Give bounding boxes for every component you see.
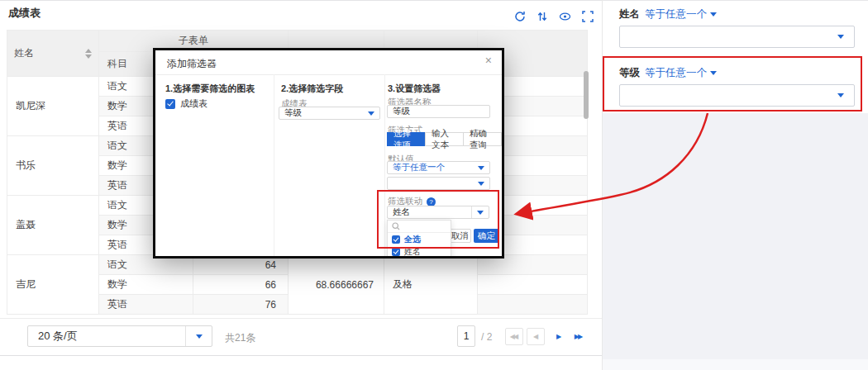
chevron-down-icon: [710, 12, 717, 17]
prev-page-button[interactable]: ◀: [527, 328, 545, 345]
filter-mode-tabs: 选择选项 输入文本 精确查询: [387, 132, 502, 146]
chevron-down-icon: [478, 166, 484, 170]
sort-icon[interactable]: [537, 11, 548, 22]
linkage-dropdown: 全选 姓名: [387, 220, 451, 259]
name-filter-select[interactable]: [619, 26, 855, 48]
dropdown-option-select-all[interactable]: 全选: [388, 233, 451, 245]
tab-select-options[interactable]: 选择选项: [387, 132, 426, 146]
page-size-select[interactable]: 20 条/页: [27, 325, 212, 347]
name-filter-operator[interactable]: 等于任意一个: [645, 7, 717, 21]
filter-panel: 姓名 等于任意一个 等级 等于任意一个: [602, 0, 868, 370]
search-icon: [392, 222, 400, 230]
page-number-input[interactable]: 1: [457, 325, 475, 347]
grade-filter-label: 等级: [619, 66, 640, 80]
table-scrollbar[interactable]: [584, 71, 589, 119]
table-toolbar: [514, 11, 594, 22]
checkbox-checked-icon[interactable]: [392, 248, 400, 256]
default-value-select[interactable]: [387, 177, 490, 190]
filter-name-input[interactable]: 等级: [387, 105, 490, 118]
page: 成绩表 姓名 子表单 平均分: [0, 0, 868, 370]
close-icon[interactable]: ×: [485, 55, 492, 66]
field-select[interactable]: 等级: [279, 107, 380, 120]
student-name-cell: 书乐: [7, 136, 99, 196]
eye-icon[interactable]: [559, 11, 571, 22]
checkbox-checked-icon[interactable]: [165, 99, 175, 109]
chevron-down-icon: [710, 71, 717, 75]
grade-filter-header: 等级 等于任意一个: [619, 66, 717, 80]
modal-title: 添加筛选器: [167, 57, 217, 71]
sort-toggle-icon[interactable]: [85, 49, 92, 59]
name-filter-label: 姓名: [619, 7, 640, 21]
confirm-button[interactable]: 确定: [474, 229, 499, 243]
chart-checkbox-label: 成绩表: [180, 97, 207, 110]
dropdown-search-input[interactable]: [388, 221, 451, 233]
dropdown-option-name[interactable]: 姓名: [388, 245, 451, 258]
last-page-button[interactable]: ▶▶: [570, 328, 588, 345]
next-page-button[interactable]: ▶: [550, 328, 568, 345]
chevron-down-icon: [478, 182, 484, 186]
chevron-down-icon[interactable]: [185, 326, 212, 346]
student-name-cell: 吉尼: [7, 255, 99, 315]
name-filter-header: 姓名 等于任意一个: [619, 7, 717, 21]
tab-input-text[interactable]: 输入文本: [425, 132, 464, 146]
grade-filter-operator[interactable]: 等于任意一个: [645, 66, 717, 80]
step2-title: 2.选择筛选字段: [281, 83, 343, 95]
chevron-down-icon: [837, 93, 844, 97]
linkage-select[interactable]: 姓名: [387, 206, 489, 219]
header-name[interactable]: 姓名: [7, 31, 99, 77]
fullscreen-icon[interactable]: [582, 11, 594, 22]
first-page-button[interactable]: ◀◀: [505, 328, 523, 345]
page-total: / 2: [481, 331, 492, 343]
help-icon[interactable]: ?: [427, 197, 436, 206]
step1-title: 1.选择需要筛选的图表: [165, 83, 255, 95]
default-operator-select[interactable]: 等于任意一个: [387, 161, 490, 174]
chart-checkbox-row[interactable]: 成绩表: [165, 97, 207, 110]
add-filter-modal: 添加筛选器 × 1.选择需要筛选的图表 成绩表 2.选择筛选字段 成绩表 等级 …: [153, 48, 504, 259]
pagination-divider: [0, 318, 602, 319]
checkbox-checked-icon[interactable]: [392, 235, 400, 244]
page-title: 成绩表: [8, 6, 41, 21]
refresh-icon[interactable]: [514, 11, 526, 22]
step3-title: 3.设置筛选器: [388, 83, 441, 95]
chevron-down-icon: [837, 35, 844, 39]
student-name-cell: 凯尼深: [7, 77, 99, 136]
grade-filter-select[interactable]: [619, 84, 855, 107]
total-count: 共21条: [225, 331, 255, 345]
student-name-cell: 盖聂: [7, 196, 99, 255]
tab-exact-query[interactable]: 精确查询: [463, 132, 502, 146]
cancel-button[interactable]: 取消: [449, 229, 471, 243]
chevron-down-icon: [368, 111, 374, 116]
chevron-down-icon: [471, 206, 489, 218]
